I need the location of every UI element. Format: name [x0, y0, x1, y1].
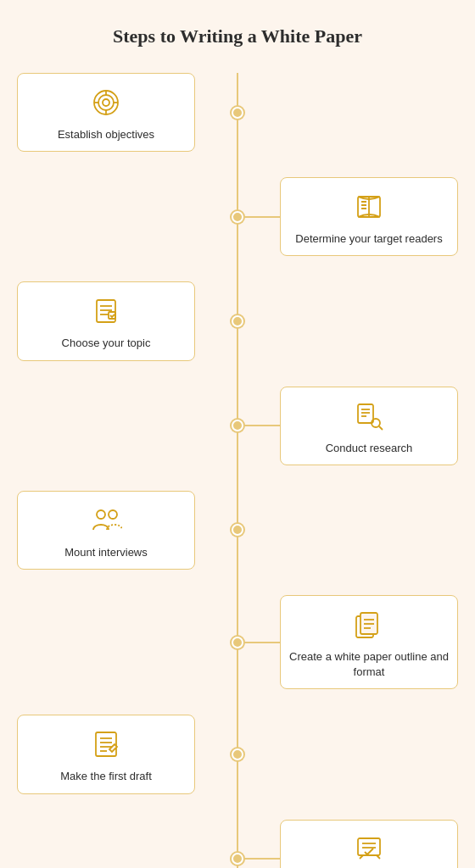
icon-interview [87, 502, 125, 539]
card-step3: Choose your topic [17, 281, 195, 360]
card-step1: Establish objectives [17, 73, 195, 152]
icon-checklist [87, 292, 125, 330]
spacer [17, 160, 458, 177]
spacer [17, 803, 458, 820]
timeline-row-step5: Mount interviews [17, 491, 458, 570]
svg-rect-27 [96, 732, 116, 756]
card-step6: Create a white paper outline and format [280, 595, 458, 689]
card-step4: Conduct research [280, 387, 458, 465]
timeline-row-step7: Make the first draft [17, 715, 458, 793]
label-step4: Conduct research [326, 441, 413, 456]
hline-step8 [238, 858, 280, 860]
icon-book [350, 188, 388, 225]
svg-point-21 [109, 510, 117, 519]
hline-step4 [238, 425, 280, 426]
dot-step8 [232, 853, 243, 865]
page-title: Steps to Writing a White Paper [113, 25, 362, 47]
label-step3: Choose your topic [62, 336, 151, 351]
timeline-row-step2: Determine your target readers [17, 177, 458, 256]
label-step7: Make the first draft [60, 769, 152, 784]
label-step1: Establish objectives [58, 127, 154, 142]
card-step8: Review and revise your draft [280, 820, 458, 869]
spacer [17, 474, 458, 491]
icon-papers [350, 606, 388, 643]
timeline-row-step1: Establish objectives [17, 73, 458, 152]
dot-step6 [232, 637, 243, 648]
label-step5: Mount interviews [64, 545, 148, 560]
spacer [17, 578, 458, 595]
svg-line-19 [379, 426, 383, 430]
hline-step6 [238, 642, 280, 643]
icon-review [350, 831, 388, 868]
svg-point-20 [97, 510, 105, 519]
dot-step7 [232, 748, 243, 760]
dot-step5 [232, 524, 243, 536]
dot-step2 [232, 211, 243, 223]
icon-draft [87, 726, 125, 763]
icon-search-doc [350, 398, 388, 435]
card-step5: Mount interviews [17, 491, 195, 570]
timeline-row-step8: Review and revise your draft [17, 820, 458, 869]
card-step7: Make the first draft [17, 715, 195, 793]
spacer [17, 264, 458, 281]
dot-step4 [232, 420, 243, 431]
svg-rect-14 [358, 404, 373, 423]
svg-point-2 [103, 99, 109, 106]
card-step2: Determine your target readers [280, 177, 458, 256]
icon-target [87, 84, 125, 121]
svg-point-1 [98, 95, 114, 110]
timeline: Establish objectives Determine your targ… [17, 73, 458, 868]
dot-step3 [232, 315, 243, 327]
timeline-row-step6: Create a white paper outline and format [17, 595, 458, 689]
label-step6: Create a white paper outline and format [289, 649, 449, 680]
timeline-row-step3: Choose your topic [17, 281, 458, 360]
label-step2: Determine your target readers [295, 231, 442, 247]
dot-step1 [232, 107, 243, 119]
spacer [17, 698, 458, 715]
hline-step2 [238, 216, 280, 218]
timeline-row-step4: Conduct research [17, 387, 458, 465]
spacer [17, 370, 458, 387]
